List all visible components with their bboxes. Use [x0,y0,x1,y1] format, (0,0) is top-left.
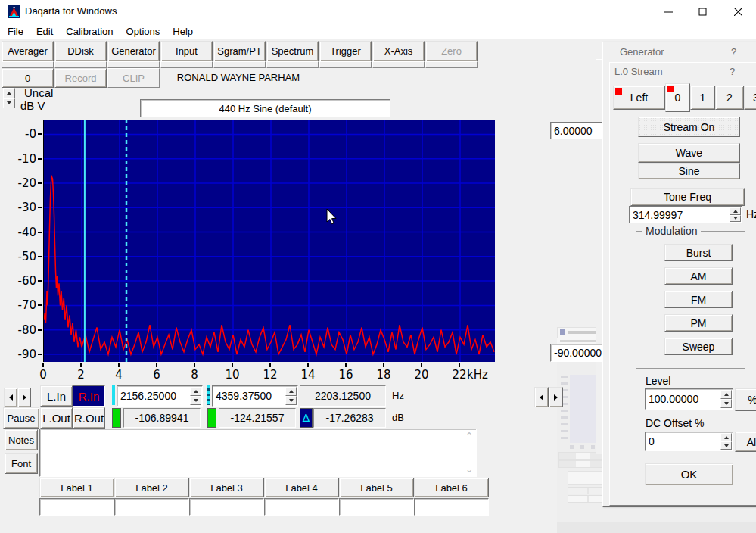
toolbar-indicator-input [160,61,213,68]
x-tick-label: 18 [373,368,394,382]
font-button[interactable]: Font [5,453,38,474]
trace-title-box[interactable]: 440 Hz Sine (default) [140,99,390,117]
maximize-button[interactable] [686,0,720,23]
level-spinner[interactable] [720,390,732,408]
tone-freq-button[interactable]: Tone Freq [630,188,745,206]
toolbar-indicator-averager [2,61,54,68]
delta-icon[interactable]: ∆ [300,408,313,428]
y-tick-label: -20 [9,176,36,190]
toolbar-button-trigger[interactable]: Trigger [319,41,372,61]
y-axis-spinner[interactable] [3,88,15,108]
stream-help-icon[interactable]: ? [730,66,735,77]
label-6-button[interactable]: Label 6 [414,478,489,497]
label-3-field[interactable] [189,498,264,516]
wave-button[interactable]: Wave [638,143,740,163]
x-tick-label: 14 [297,368,319,382]
trace-scroll-left-button[interactable] [4,388,17,407]
toolbar-button-spectrum[interactable]: Spectrum [266,41,319,61]
tone-freq-input[interactable]: 314.99997 [629,206,742,223]
dc-offset-spinner[interactable] [720,433,732,450]
menu-calibration[interactable]: Calibration [64,25,115,38]
toolbar-indicator-trigger [319,61,372,68]
ok-button[interactable]: OK [645,463,733,485]
label-4-button[interactable]: Label 4 [264,478,339,497]
notes-scroll-down-icon[interactable]: ⌄ [465,466,473,473]
toolbar-button-input[interactable]: Input [160,41,213,61]
tab-stream-0[interactable]: 0 [665,83,690,112]
menu-help[interactable]: Help [170,25,195,38]
cursor1-freq-input[interactable]: 2156.25000 [117,385,203,407]
generator-dialog: Generator ? L.0 Stream ? Left 0 1 2 3 St… [602,42,756,507]
tab-stream-3[interactable]: 3 [744,86,756,110]
cursor1-freq-spinner[interactable] [190,387,201,405]
all-streams-button[interactable]: All [735,432,756,452]
level-unit-button[interactable]: % [735,388,756,411]
y-max-input[interactable]: 6.00000 [550,122,604,139]
label-4-field[interactable] [264,498,339,516]
label-2-field[interactable] [114,498,189,516]
label-5-field[interactable] [339,498,414,516]
y-min-input[interactable]: -90.00000 [550,344,605,362]
mouse-cursor [326,209,338,226]
right-in-button[interactable]: R.In [73,385,105,407]
burst-button[interactable]: Burst [664,244,733,261]
generator-help-icon[interactable]: ? [731,46,736,58]
cursor2-freq-spinner[interactable] [285,387,297,405]
dc-offset-input[interactable]: 0 [645,432,733,451]
fm-button[interactable]: FM [664,291,733,308]
right-out-button[interactable]: R.Out [73,407,105,429]
am-button[interactable]: AM [664,267,733,285]
label-2-button[interactable]: Label 2 [114,478,189,497]
left-out-button[interactable]: L.Out [40,407,73,429]
label-1-button[interactable]: Label 1 [39,478,114,497]
tab-stream-2[interactable]: 2 [715,86,744,110]
toolbar-button-generator[interactable]: Generator [107,41,160,61]
stream-on-button[interactable]: Stream On [638,117,740,137]
notes-text-area[interactable]: ⌃ ⌄ [39,429,477,477]
wave-type-button[interactable]: Sine [638,163,740,179]
pause-button[interactable]: Pause [3,407,39,429]
label-5-button[interactable]: Label 5 [339,478,414,497]
right-scroll-left-button[interactable] [534,387,549,407]
label-6-field[interactable] [414,498,489,516]
level-label: Level [646,375,670,387]
notes-scroll-up-icon[interactable]: ⌃ [465,432,473,440]
left-in-button[interactable]: L.In [40,385,73,407]
y-tick-label: -40 [9,226,36,239]
toolbar-button-x-axis[interactable]: X-Axis [372,41,425,61]
menu-edit[interactable]: Edit [34,25,55,38]
minimize-button[interactable] [652,0,686,23]
close-button[interactable] [721,0,755,23]
y-tick-mark [38,329,42,331]
y-tick-mark [38,256,42,257]
label-1-field[interactable] [39,498,114,516]
title-bar: Daqarta for Windows [0,0,756,23]
y-tick-mark [38,182,42,184]
y-tick-mark [38,133,42,135]
notes-button[interactable]: Notes [5,429,38,450]
y-tick-label: -60 [9,274,36,288]
toolbar-button-sgram-pt[interactable]: Sgram/PT [213,41,266,61]
trace-scroll-right-button[interactable] [17,388,31,407]
window-title: Daqarta for Windows [25,5,117,17]
tab-stream-1[interactable]: 1 [690,86,715,110]
sweep-button[interactable]: Sweep [664,338,733,355]
menu-options[interactable]: Options [124,25,163,38]
toolbar-button-averager[interactable]: Averager [2,41,54,61]
cursor2-freq-input[interactable]: 4359.37500 [212,385,298,407]
tone-freq-spinner[interactable] [730,207,741,222]
tab-left[interactable]: Left [613,86,665,110]
modulation-group-title: Modulation [642,225,701,237]
right-scroll-right-button[interactable] [549,387,563,407]
cursor2-level-meter [207,408,216,428]
spectrum-plot[interactable] [43,120,495,362]
y-tick-mark [38,280,42,282]
menu-file[interactable]: File [5,25,26,38]
x-tick-mark [80,363,82,367]
cursor1-color-key [112,385,115,405]
pm-button[interactable]: PM [664,314,733,332]
label-3-button[interactable]: Label 3 [189,478,264,497]
y-tick-mark [38,354,42,355]
toolbar-button-ddisk[interactable]: DDisk [54,41,107,61]
level-input[interactable]: 100.00000 [645,388,733,410]
